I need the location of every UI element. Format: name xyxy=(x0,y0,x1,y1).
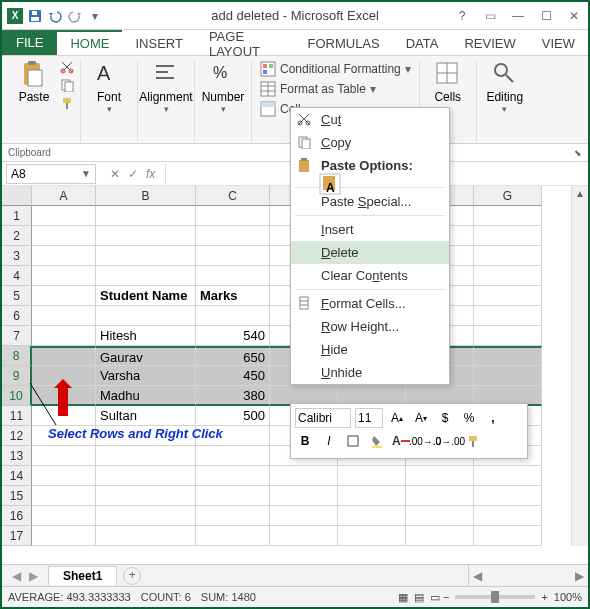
menu-paste-default[interactable]: A xyxy=(291,177,449,185)
cell[interactable]: Varsha xyxy=(96,366,196,386)
cell[interactable] xyxy=(474,246,542,266)
cell[interactable] xyxy=(32,486,96,506)
cell[interactable] xyxy=(96,266,196,286)
cell[interactable] xyxy=(196,266,270,286)
cell[interactable]: Gaurav xyxy=(96,346,196,366)
tab-formulas[interactable]: FORMULAS xyxy=(294,30,392,55)
cell[interactable] xyxy=(32,226,96,246)
row-header[interactable]: 7 xyxy=(2,326,32,346)
cell[interactable] xyxy=(270,466,338,486)
ribbon-display-icon[interactable]: ▭ xyxy=(480,9,500,23)
cell[interactable] xyxy=(196,246,270,266)
fx-icon[interactable]: fx xyxy=(146,167,155,181)
cell[interactable] xyxy=(196,506,270,526)
cell[interactable] xyxy=(96,466,196,486)
menu-unhide[interactable]: Unhide xyxy=(291,361,449,384)
maximize-button[interactable]: ☐ xyxy=(536,9,556,23)
cell[interactable] xyxy=(196,206,270,226)
format-painter-icon[interactable] xyxy=(463,431,483,451)
cell[interactable] xyxy=(338,486,406,506)
row-header[interactable]: 8 xyxy=(2,346,32,366)
cell[interactable] xyxy=(32,466,96,486)
menu-delete[interactable]: Delete xyxy=(291,241,449,264)
cell[interactable] xyxy=(32,446,96,466)
row-header[interactable]: 9 xyxy=(2,366,32,386)
tab-insert[interactable]: INSERT xyxy=(122,30,195,55)
fill-color-icon[interactable] xyxy=(367,431,387,451)
row[interactable]: 17 xyxy=(2,526,588,546)
tab-view[interactable]: VIEW xyxy=(529,30,588,55)
decrease-font-icon[interactable]: A▾ xyxy=(411,408,431,428)
tab-home[interactable]: HOME xyxy=(57,30,122,55)
cell[interactable] xyxy=(474,206,542,226)
cell[interactable] xyxy=(32,306,96,326)
cell[interactable] xyxy=(32,506,96,526)
font-family-select[interactable] xyxy=(295,408,351,428)
border-icon[interactable] xyxy=(343,431,363,451)
cell[interactable] xyxy=(474,266,542,286)
zoom-out-button[interactable]: − xyxy=(443,591,449,603)
col-header[interactable]: B xyxy=(96,186,196,206)
cut-icon[interactable] xyxy=(60,60,74,74)
cell[interactable] xyxy=(196,526,270,546)
cell[interactable] xyxy=(196,306,270,326)
undo-icon[interactable] xyxy=(46,7,64,25)
view-page-layout-icon[interactable]: ▤ xyxy=(414,591,424,604)
chevron-down-icon[interactable]: ▼ xyxy=(81,168,91,179)
cell[interactable]: 500 xyxy=(196,406,270,426)
cell[interactable]: 450 xyxy=(196,366,270,386)
cells-group[interactable]: Cells▾ xyxy=(426,60,470,114)
cell[interactable] xyxy=(96,206,196,226)
cell[interactable] xyxy=(474,286,542,306)
vertical-scrollbar[interactable]: ▲ xyxy=(571,186,588,546)
cell[interactable] xyxy=(406,486,474,506)
tab-file[interactable]: FILE xyxy=(2,30,57,55)
cell[interactable] xyxy=(474,226,542,246)
row[interactable]: 16 xyxy=(2,506,588,526)
cell[interactable]: 650 xyxy=(196,346,270,366)
bold-icon[interactable]: B xyxy=(295,431,315,451)
number-group[interactable]: %Number▾ xyxy=(201,60,245,114)
cell[interactable] xyxy=(32,206,96,226)
row-header[interactable]: 6 xyxy=(2,306,32,326)
paste-button[interactable]: Paste xyxy=(12,60,56,104)
row-header[interactable]: 11 xyxy=(2,406,32,426)
format-as-table-button[interactable]: Format as Table▾ xyxy=(258,80,413,98)
cell[interactable] xyxy=(474,306,542,326)
col-header[interactable]: A xyxy=(32,186,96,206)
save-icon[interactable] xyxy=(26,7,44,25)
menu-cut[interactable]: Cut xyxy=(291,108,449,131)
tab-review[interactable]: REVIEW xyxy=(451,30,528,55)
cell[interactable] xyxy=(338,466,406,486)
row[interactable]: 15 xyxy=(2,486,588,506)
cell[interactable] xyxy=(96,246,196,266)
cell[interactable] xyxy=(96,506,196,526)
italic-icon[interactable]: I xyxy=(319,431,339,451)
cell[interactable] xyxy=(406,466,474,486)
cell[interactable] xyxy=(406,506,474,526)
cell[interactable]: Madhu xyxy=(96,386,196,406)
select-all-corner[interactable] xyxy=(2,186,32,206)
qat-customize-icon[interactable]: ▾ xyxy=(86,7,104,25)
sheet-prev-icon[interactable]: ◀ xyxy=(12,569,21,583)
cell[interactable] xyxy=(96,446,196,466)
enter-formula-icon[interactable]: ✓ xyxy=(128,167,138,181)
cell[interactable] xyxy=(32,346,96,366)
name-box[interactable]: A8▼ xyxy=(6,164,96,184)
cell[interactable] xyxy=(32,246,96,266)
cell[interactable] xyxy=(96,486,196,506)
cell[interactable] xyxy=(338,526,406,546)
cell[interactable] xyxy=(474,466,542,486)
cell[interactable] xyxy=(474,506,542,526)
close-button[interactable]: ✕ xyxy=(564,9,584,23)
menu-row-height[interactable]: Row Height... xyxy=(291,315,449,338)
cell[interactable] xyxy=(32,326,96,346)
row-header[interactable]: 14 xyxy=(2,466,32,486)
redo-icon[interactable] xyxy=(66,7,84,25)
cell[interactable] xyxy=(196,226,270,246)
cell[interactable] xyxy=(474,486,542,506)
row-header[interactable]: 4 xyxy=(2,266,32,286)
row-header[interactable]: 10 xyxy=(2,386,32,406)
tab-page-layout[interactable]: PAGE LAYOUT xyxy=(196,30,295,55)
cell[interactable] xyxy=(474,326,542,346)
